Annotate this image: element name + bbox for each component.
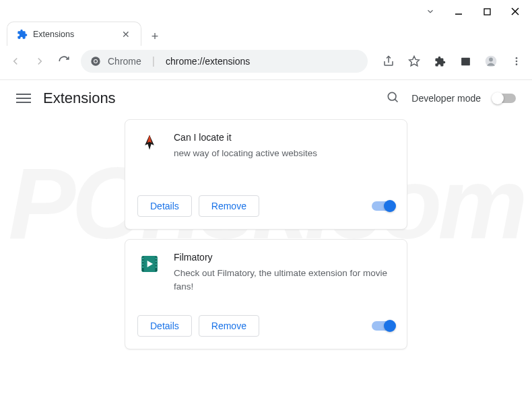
extension-icon-bird [137, 132, 162, 156]
reload-button[interactable] [57, 54, 71, 69]
svg-point-13 [516, 61, 518, 63]
maximize-icon[interactable] [482, 7, 492, 16]
extensions-list: Can I locate it new way of locating acti… [0, 119, 532, 349]
remove-button[interactable]: Remove [199, 315, 259, 337]
svg-line-16 [395, 99, 398, 102]
window-controls [0, 0, 532, 20]
address-bar[interactable]: Chrome | chrome://extensions [81, 50, 368, 73]
menu-dots-icon[interactable] [509, 54, 524, 69]
svg-point-6 [94, 60, 97, 63]
extension-name: Filmatory [174, 252, 395, 263]
svg-rect-26 [156, 263, 157, 265]
hamburger-menu-icon[interactable] [16, 94, 31, 103]
new-tab-button[interactable]: + [145, 27, 164, 46]
extension-enable-toggle[interactable] [372, 321, 395, 331]
chrome-logo-icon [90, 56, 101, 67]
extension-name: Can I locate it [174, 132, 317, 143]
svg-point-12 [516, 57, 518, 59]
svg-rect-23 [142, 266, 143, 268]
close-icon[interactable] [510, 7, 520, 16]
profile-icon[interactable] [484, 54, 498, 69]
svg-rect-24 [156, 258, 157, 260]
share-icon[interactable] [381, 54, 396, 69]
svg-rect-20 [142, 258, 143, 260]
tab-title: Extensions [33, 30, 115, 39]
chevron-down-icon[interactable] [426, 7, 435, 16]
svg-marker-8 [409, 57, 420, 66]
svg-rect-27 [156, 266, 157, 268]
remove-button[interactable]: Remove [199, 195, 259, 217]
forward-button[interactable] [32, 54, 47, 69]
bookmark-star-icon[interactable] [407, 54, 422, 69]
developer-mode-label: Developer mode [411, 93, 481, 104]
extensions-puzzle-icon[interactable] [432, 54, 447, 69]
search-icon[interactable] [386, 90, 399, 106]
url-path: chrome://extensions [166, 56, 250, 67]
svg-point-11 [489, 58, 493, 62]
svg-rect-21 [142, 261, 143, 263]
minimize-icon[interactable] [454, 7, 463, 16]
back-button[interactable] [8, 54, 23, 69]
svg-rect-22 [142, 263, 143, 265]
tab-close-icon[interactable]: ✕ [121, 29, 131, 40]
extension-icon-film [137, 252, 162, 276]
svg-point-15 [389, 92, 397, 100]
page-title: Extensions [43, 90, 116, 107]
extension-card: Filmatory Check out Filmatory, the ultim… [125, 239, 407, 349]
details-button[interactable]: Details [137, 315, 192, 337]
tabstrip: Extensions ✕ + [0, 20, 532, 46]
extension-enable-toggle[interactable] [372, 201, 395, 211]
page-header: Extensions Developer mode [0, 80, 532, 119]
svg-point-14 [516, 63, 518, 65]
browser-toolbar: Chrome | chrome://extensions [0, 46, 532, 80]
url-scheme: Chrome [108, 56, 141, 67]
browser-tab[interactable]: Extensions ✕ [7, 22, 141, 46]
developer-mode-toggle[interactable] [493, 94, 516, 103]
sidepanel-icon[interactable] [458, 54, 473, 69]
svg-rect-25 [156, 261, 157, 263]
details-button[interactable]: Details [137, 195, 192, 217]
extension-description: Check out Filmatory, the ultimate extens… [174, 267, 395, 293]
puzzle-icon [17, 29, 28, 40]
svg-rect-9 [461, 57, 470, 65]
svg-rect-1 [484, 9, 490, 15]
extension-card: Can I locate it new way of locating acti… [125, 119, 407, 230]
extension-description: new way of locating active websites [174, 147, 317, 160]
